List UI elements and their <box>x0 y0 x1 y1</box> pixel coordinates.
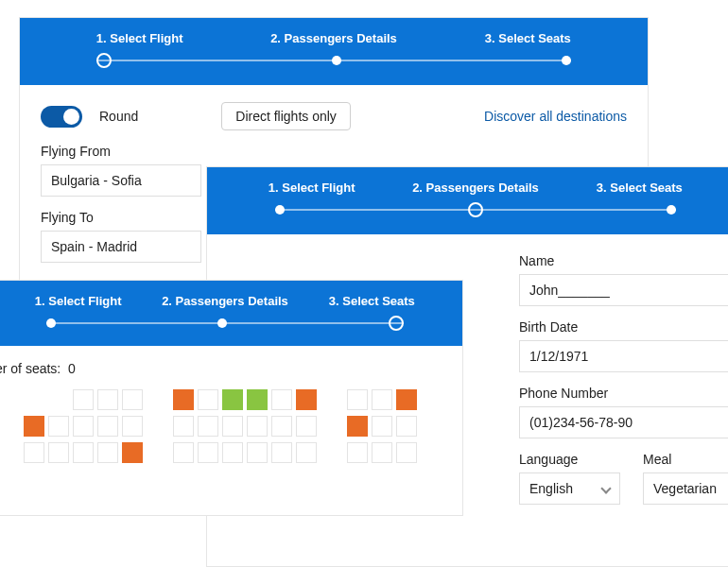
seat[interactable] <box>247 442 268 463</box>
seat[interactable] <box>73 442 94 463</box>
step-b-3[interactable]: 3. Select Seats <box>558 180 721 195</box>
seat-count: er of seats: 0 <box>0 346 462 384</box>
seat-occupied[interactable] <box>122 442 143 463</box>
step-3[interactable]: 3. Select Seats <box>431 31 625 45</box>
seat-occupied[interactable] <box>396 389 417 410</box>
seat[interactable] <box>122 416 143 437</box>
step-dot-3[interactable] <box>562 56 571 65</box>
seat[interactable] <box>372 442 392 463</box>
seat-occupied[interactable] <box>296 389 317 410</box>
seat[interactable] <box>48 442 69 463</box>
step-c-dot-2[interactable] <box>217 318 227 328</box>
direct-flights-button[interactable]: Direct flights only <box>221 102 351 130</box>
seat[interactable] <box>97 442 118 463</box>
stepper-b: 1. Select Flight 2. Passengers Details 3… <box>207 167 728 234</box>
seat[interactable] <box>296 416 317 437</box>
step-dot-1[interactable] <box>96 53 112 68</box>
seat[interactable] <box>247 416 268 437</box>
language-select[interactable]: English <box>519 472 620 505</box>
step-c-1[interactable]: 1. Select Flight <box>5 294 151 308</box>
round-toggle-label: Round <box>99 109 138 124</box>
seat[interactable] <box>396 442 417 463</box>
seat[interactable] <box>222 442 243 463</box>
seat[interactable] <box>97 389 118 410</box>
discover-link[interactable]: Discover all destinations <box>484 109 627 124</box>
birth-input[interactable]: 1/12/1971 <box>519 340 728 372</box>
from-label: Flying From <box>41 144 627 159</box>
seat[interactable] <box>198 389 218 410</box>
seat[interactable] <box>73 389 94 410</box>
stepper-c: 1. Select Flight 2. Passengers Details 3… <box>0 281 462 346</box>
step-c-dot-3[interactable] <box>389 316 404 331</box>
seat-occupied[interactable] <box>24 416 44 437</box>
step-b-dot-2[interactable] <box>468 202 483 217</box>
meal-select[interactable]: Vegetarian <box>643 472 728 505</box>
step-c-2[interactable]: 2. Passengers Details <box>151 294 298 308</box>
seat[interactable] <box>296 442 317 463</box>
seat[interactable] <box>122 389 143 410</box>
step-1[interactable]: 1. Select Flight <box>43 31 236 45</box>
seat-occupied[interactable] <box>173 389 194 410</box>
step-b-1[interactable]: 1. Select Flight <box>230 180 393 195</box>
seat-selected[interactable] <box>247 389 268 410</box>
seat[interactable] <box>73 416 94 437</box>
chevron-down-icon <box>600 483 611 493</box>
step-b-2[interactable]: 2. Passengers Details <box>393 180 557 195</box>
seat[interactable] <box>271 416 292 437</box>
seat-grid <box>0 384 462 476</box>
step-b-dot-1[interactable] <box>275 205 285 215</box>
step-b-dot-3[interactable] <box>667 205 676 215</box>
seat[interactable] <box>372 389 392 410</box>
seat[interactable] <box>198 416 218 437</box>
name-input[interactable]: John_______ <box>519 274 728 306</box>
seat[interactable] <box>347 389 368 410</box>
stepper: 1. Select Flight 2. Passengers Details 3… <box>20 18 648 85</box>
language-label: Language <box>519 452 620 467</box>
name-label: Name <box>519 253 728 268</box>
seat[interactable] <box>222 416 243 437</box>
seat[interactable] <box>198 442 218 463</box>
seat-occupied[interactable] <box>347 416 368 437</box>
seat[interactable] <box>173 416 194 437</box>
seat[interactable] <box>97 416 118 437</box>
seat[interactable] <box>271 389 292 410</box>
seat[interactable] <box>173 442 194 463</box>
birth-label: Birth Date <box>519 319 728 335</box>
phone-label: Phone Number <box>519 386 728 401</box>
from-select[interactable]: Bulgaria - Sofia <box>41 164 201 197</box>
seat[interactable] <box>48 416 69 437</box>
round-toggle[interactable] <box>41 106 82 128</box>
seat[interactable] <box>24 442 44 463</box>
seat[interactable] <box>372 416 392 437</box>
seat[interactable] <box>271 442 292 463</box>
seat[interactable] <box>347 442 368 463</box>
step-2[interactable]: 2. Passengers Details <box>236 31 430 45</box>
step-c-dot-1[interactable] <box>46 318 56 328</box>
step-dot-2[interactable] <box>332 56 341 65</box>
seat[interactable] <box>396 416 417 437</box>
seat-selected[interactable] <box>222 389 243 410</box>
to-select[interactable]: Spain - Madrid <box>41 231 201 263</box>
seat-selection-panel: 1. Select Flight 2. Passengers Details 3… <box>0 280 463 516</box>
phone-input[interactable]: (01)234-56-78-90 <box>519 406 728 438</box>
step-c-3[interactable]: 3. Select Seats <box>299 294 445 308</box>
meal-label: Meal <box>643 452 728 467</box>
